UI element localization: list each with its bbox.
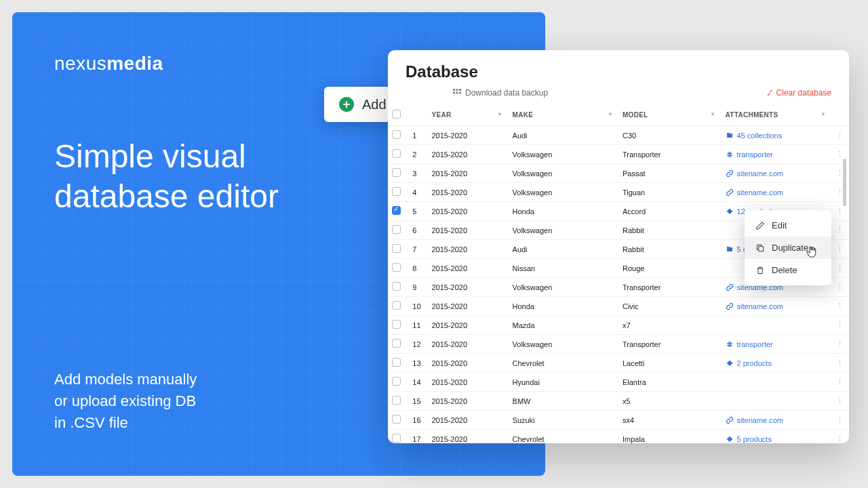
clear-database-label: Clear database — [776, 88, 831, 98]
row-checkbox[interactable] — [392, 168, 401, 177]
cell-attachment[interactable]: 2 products — [722, 354, 831, 373]
cell-year: 2015-2020 — [427, 354, 508, 373]
row-actions-button[interactable]: ⋮ — [831, 240, 849, 259]
cell-attachment[interactable]: transporter — [722, 335, 831, 354]
cell-year: 2015-2020 — [427, 411, 508, 430]
download-backup-button[interactable]: Download data backup — [453, 88, 548, 98]
column-model[interactable]: MODEL▾ — [618, 104, 722, 126]
cell-year: 2015-2020 — [427, 164, 508, 183]
row-actions-button[interactable]: ⋮ — [831, 278, 849, 297]
row-index: 1 — [408, 126, 427, 145]
column-checkbox[interactable] — [388, 104, 408, 126]
cell-attachment[interactable]: sitename.com — [722, 297, 831, 316]
row-actions-button[interactable]: ⋮ — [831, 373, 849, 392]
table-row[interactable]: 152015-2020BMWx5⋮ — [388, 392, 849, 411]
row-checkbox[interactable] — [392, 396, 401, 405]
cell-year: 2015-2020 — [427, 316, 508, 335]
grid-icon — [453, 89, 461, 97]
table-row[interactable]: 102015-2020HondaCivicsitename.com⋮ — [388, 297, 849, 316]
row-actions-button[interactable]: ⋮ — [831, 297, 849, 316]
row-checkbox[interactable] — [392, 244, 401, 253]
row-index: 9 — [408, 278, 427, 297]
cell-year: 2015-2020 — [427, 373, 508, 392]
context-edit[interactable]: Edit — [745, 214, 831, 237]
database-title: Database — [406, 62, 478, 81]
context-menu: Edit Duplicate Delete — [745, 210, 831, 285]
row-index: 10 — [408, 297, 427, 316]
column-attachments[interactable]: ATTACHMENTS▾ — [722, 104, 831, 126]
cell-model: Passat — [618, 164, 722, 183]
cell-attachment[interactable]: sitename.com — [722, 411, 831, 430]
column-make[interactable]: MAKE▾ — [509, 104, 618, 126]
cell-make: Volkswagen — [509, 145, 618, 164]
cursor-hand-icon — [806, 245, 818, 259]
cell-attachment[interactable]: sitename.com — [722, 164, 831, 183]
row-checkbox[interactable] — [392, 225, 401, 234]
row-checkbox[interactable] — [392, 415, 401, 424]
row-actions-button[interactable]: ⋮ — [831, 145, 849, 164]
row-actions-button[interactable]: ⋮ — [831, 202, 849, 221]
row-checkbox[interactable] — [392, 339, 401, 348]
row-actions-button[interactable]: ⋮ — [831, 316, 849, 335]
row-checkbox[interactable] — [392, 187, 401, 196]
table-row[interactable]: 142015-2020HyundaiElantra⋮ — [388, 373, 849, 392]
row-checkbox[interactable] — [392, 282, 401, 291]
cell-attachment[interactable]: 45 collections — [722, 126, 831, 145]
row-actions-button[interactable]: ⋮ — [831, 392, 849, 411]
svg-rect-3 — [453, 92, 455, 94]
row-index: 3 — [408, 164, 427, 183]
row-checkbox[interactable] — [392, 320, 401, 329]
row-index: 11 — [408, 316, 427, 335]
row-actions-button[interactable]: ⋮ — [831, 126, 849, 145]
row-index: 4 — [408, 183, 427, 202]
table-row[interactable]: 22015-2020VolkswagenTransportertransport… — [388, 145, 849, 164]
cell-year: 2015-2020 — [427, 297, 508, 316]
cell-make: Volkswagen — [509, 278, 618, 297]
row-actions-button[interactable]: ⋮ — [831, 354, 849, 373]
table-row[interactable]: 172015-2020ChevroletImpala5 products⋮ — [388, 430, 849, 444]
row-checkbox[interactable] — [392, 130, 401, 139]
cell-model: Transporter — [618, 145, 722, 164]
scrollbar[interactable] — [843, 159, 846, 430]
table-row[interactable]: 42015-2020VolkswagenTiguansitename.com⋮ — [388, 183, 849, 202]
row-actions-button[interactable]: ⋮ — [831, 221, 849, 240]
context-delete[interactable]: Delete — [745, 259, 831, 281]
row-checkbox[interactable] — [392, 149, 401, 158]
table-row[interactable]: 12015-2020AudiC3045 collections⋮ — [388, 126, 849, 145]
row-actions-button[interactable]: ⋮ — [831, 183, 849, 202]
row-actions-button[interactable]: ⋮ — [831, 430, 849, 444]
clear-database-button[interactable]: Clear database — [766, 88, 831, 98]
cell-attachment[interactable]: transporter — [722, 145, 831, 164]
table-row[interactable]: 132015-2020ChevroletLacetti2 products⋮ — [388, 354, 849, 373]
cell-model: Accord — [618, 202, 722, 221]
broom-icon — [766, 89, 774, 97]
column-year[interactable]: YEAR▾ — [427, 104, 508, 126]
cell-make: Honda — [509, 297, 618, 316]
cell-make: Suzuki — [509, 411, 618, 430]
cell-attachment[interactable]: 5 products — [722, 430, 831, 444]
cell-model: Rouge — [618, 259, 722, 278]
cell-make: Chevrolet — [509, 354, 618, 373]
row-actions-button[interactable]: ⋮ — [831, 164, 849, 183]
cell-model: C30 — [618, 126, 722, 145]
row-actions-button[interactable]: ⋮ — [831, 259, 849, 278]
row-actions-button[interactable]: ⋮ — [831, 411, 849, 430]
table-row[interactable]: 112015-2020Mazdax7⋮ — [388, 316, 849, 335]
row-checkbox[interactable] — [392, 434, 401, 443]
cell-model: Civic — [618, 297, 722, 316]
cell-attachment[interactable]: sitename.com — [722, 183, 831, 202]
row-index: 14 — [408, 373, 427, 392]
row-actions-button[interactable]: ⋮ — [831, 335, 849, 354]
row-checkbox[interactable] — [392, 358, 401, 367]
row-checkbox[interactable] — [392, 206, 401, 215]
context-duplicate[interactable]: Duplicate — [745, 237, 831, 259]
table-row[interactable]: 32015-2020VolkswagenPassatsitename.com⋮ — [388, 164, 849, 183]
row-checkbox[interactable] — [392, 263, 401, 272]
table-row[interactable]: 162015-2020Suzukisx4sitename.com⋮ — [388, 411, 849, 430]
cell-make: Volkswagen — [509, 164, 618, 183]
svg-rect-5 — [459, 92, 461, 94]
row-checkbox[interactable] — [392, 301, 401, 310]
cell-model: Transporter — [618, 278, 722, 297]
table-row[interactable]: 122015-2020VolkswagenTransportertranspor… — [388, 335, 849, 354]
row-checkbox[interactable] — [392, 377, 401, 386]
